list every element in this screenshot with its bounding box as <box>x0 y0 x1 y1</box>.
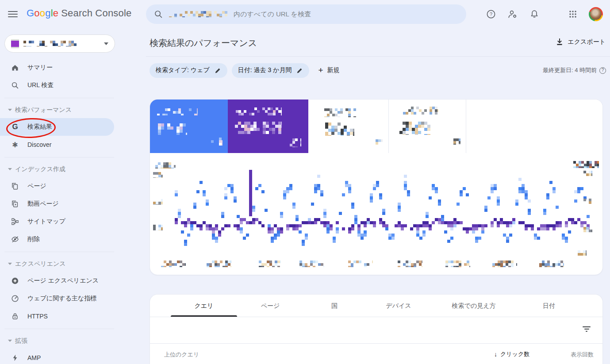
tab-pages[interactable]: ページ <box>237 295 303 317</box>
cards-filler <box>466 100 602 153</box>
sidebar-item-amp[interactable]: AMP <box>0 349 133 364</box>
help-icon[interactable]: ? <box>486 9 496 19</box>
sidebar-item-label: Discover <box>27 141 51 148</box>
property-selector[interactable] <box>4 34 115 53</box>
sidebar-nav: サマリー URL 検査 検索パフォーマンス G 検索結果 ✱ Discover … <box>0 59 133 364</box>
sidebar-item-label: 検索結果 <box>27 123 52 131</box>
pixelated-checkbox <box>453 138 460 145</box>
sidebar-item-core-web-vitals[interactable]: ウェブに関する主な指標 <box>0 290 133 307</box>
metric-cards-row <box>150 100 602 153</box>
performance-chart[interactable] <box>150 153 603 275</box>
pixelated-card-label <box>400 107 438 115</box>
tab-queries[interactable]: クエリ <box>171 295 237 317</box>
pixelated-date-label <box>161 261 186 267</box>
tab-countries[interactable]: 国 <box>303 295 365 317</box>
sidebar-item-page-experience[interactable]: ページ エクスペリエンス <box>0 272 133 290</box>
total-clicks-card[interactable] <box>150 100 228 153</box>
pixelated-card-value <box>235 122 282 134</box>
new-filter-label: 新規 <box>327 66 340 74</box>
svg-text:?: ? <box>490 11 492 17</box>
pages-icon <box>11 182 19 190</box>
pixelated-date-label <box>445 261 470 267</box>
logo-letter: e <box>53 8 58 19</box>
logo-letter: o <box>34 8 39 19</box>
sidebar-item-label: ウェブに関する主な指標 <box>27 295 96 303</box>
column-header-clicks[interactable]: ↓ クリック数 <box>494 350 529 358</box>
pixelated-axis-tick <box>583 171 592 176</box>
url-inspection-search-input[interactable]: 内のすべての URL を検査 <box>146 4 466 24</box>
pixelated-date-label <box>207 261 231 267</box>
divider <box>4 329 114 329</box>
dimension-tabs: クエリ ページ 国 デバイス 検索での見え方 日付 <box>150 295 602 317</box>
section-indexing[interactable]: インデックス作成 <box>0 161 133 177</box>
sidebar-item-sitemaps[interactable]: サイトマップ <box>0 213 133 230</box>
tab-search-appearance[interactable]: 検索での見え方 <box>432 295 516 317</box>
pixelated-chart-legend <box>573 161 599 168</box>
last-updated: 最終更新日: 4 時間前 ? <box>543 66 606 74</box>
help-circle-icon[interactable]: ? <box>599 67 606 74</box>
pixelated-card-label <box>157 108 198 115</box>
sidebar-item-discover[interactable]: ✱ Discover <box>0 136 133 153</box>
sidebar-item-url-inspection[interactable]: URL 検査 <box>0 77 133 94</box>
section-enhancements[interactable]: 拡張 <box>0 333 133 349</box>
sidebar-item-video-pages[interactable]: 動画ページ <box>0 195 133 213</box>
pixelated-line-chart-canvas <box>150 153 603 275</box>
page-experience-icon <box>11 277 19 285</box>
search-icon <box>11 81 19 89</box>
avatar[interactable] <box>589 7 603 21</box>
home-icon <box>11 64 19 72</box>
total-impressions-card[interactable] <box>228 100 308 153</box>
new-filter-button[interactable]: + 新規 <box>318 65 339 75</box>
sidebar-item-https[interactable]: HTTPS <box>0 307 133 325</box>
sidebar-item-pages[interactable]: ページ <box>0 177 133 195</box>
user-settings-icon[interactable] <box>507 9 518 19</box>
column-header-impressions[interactable]: 表示回数 <box>571 351 594 359</box>
sidebar-item-search-results[interactable]: G 検索結果 <box>0 118 114 136</box>
hamburger-menu-icon[interactable] <box>8 9 18 19</box>
filter-list-icon[interactable] <box>582 326 591 333</box>
pixelated-axis-tick <box>583 227 592 232</box>
section-search-performance[interactable]: 検索パフォーマンス <box>0 102 133 118</box>
sidebar-item-label: ページ <box>27 182 46 190</box>
sitemap-icon <box>11 218 19 226</box>
last-updated-text: 最終更新日: 4 時間前 <box>543 66 597 74</box>
apps-grid-icon[interactable] <box>568 10 577 19</box>
tab-devices[interactable]: デバイス <box>365 295 432 317</box>
pixelated-card-label <box>236 107 282 115</box>
pencil-icon <box>296 67 303 74</box>
pencil-icon <box>215 67 221 74</box>
logo-letter: o <box>40 8 45 19</box>
pixelated-date-label <box>348 261 373 267</box>
pixelated-date-label <box>256 261 281 267</box>
amp-lightning-icon <box>11 354 19 362</box>
export-button[interactable]: エクスポート <box>556 38 606 46</box>
pixelated-axis-tick <box>583 199 592 204</box>
app-logo[interactable]: Google Search Console <box>27 8 132 19</box>
logo-suffix: Search Console <box>61 8 131 19</box>
active-tab-underline <box>171 315 237 317</box>
tab-label: 国 <box>331 302 338 309</box>
sidebar-item-summary[interactable]: サマリー <box>0 59 133 77</box>
divider <box>4 98 114 98</box>
section-header-label: エクスペリエンス <box>15 260 66 268</box>
date-filter-chip[interactable]: 日付: 過去 3 か月間 <box>232 63 310 78</box>
notifications-icon[interactable] <box>529 9 539 19</box>
average-ctr-card[interactable] <box>308 100 389 153</box>
section-experience[interactable]: エクスペリエンス <box>0 256 133 272</box>
table-header-row: 上位のクエリ ↓ クリック数 表示回数 <box>150 344 602 364</box>
sidebar-item-label: HTTPS <box>27 313 48 320</box>
tab-dates[interactable]: 日付 <box>516 295 582 317</box>
column-header-label: クリック数 <box>500 350 529 358</box>
sort-arrow-down-icon: ↓ <box>494 351 497 358</box>
pixelated-date-label <box>492 261 517 267</box>
export-label: エクスポート <box>568 38 606 46</box>
average-position-card[interactable] <box>389 100 466 153</box>
caret-down-icon <box>8 168 12 170</box>
dimensions-panel: クエリ ページ 国 デバイス 検索での見え方 日付 上位のクエリ ↓ クリック数… <box>150 294 603 364</box>
filter-chips-row: 検索タイプ: ウェブ 日付: 過去 3 か月間 + 新規 最終更新日: 4 時間… <box>150 63 606 78</box>
search-type-filter-chip[interactable]: 検索タイプ: ウェブ <box>150 63 227 78</box>
sidebar-item-label: ページ エクスペリエンス <box>27 277 99 285</box>
tab-label: クエリ <box>195 302 214 309</box>
top-app-bar: Google Search Console 内のすべての URL を検査 ? <box>0 0 610 28</box>
sidebar-item-removals[interactable]: 削除 <box>0 230 133 248</box>
